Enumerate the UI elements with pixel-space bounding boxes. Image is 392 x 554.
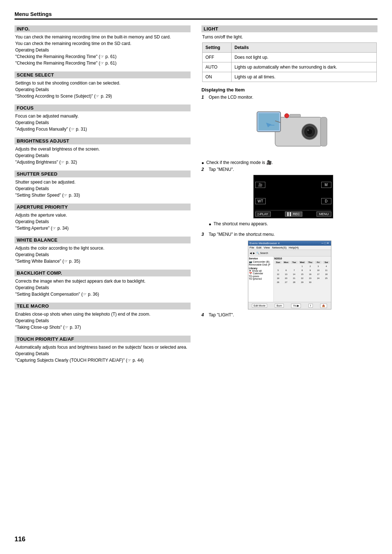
wb-operating: Operating Details (15, 251, 190, 258)
svg-point-6 (307, 129, 313, 135)
light-details-on: Lights up at all times. (232, 72, 377, 82)
section-body-touch-priority: Automatically adjusts focus and brightne… (15, 344, 191, 364)
section-scene-select: SCENE SELECT Settings to suit the shooti… (15, 71, 191, 99)
sw-cal-sun: Sun (274, 260, 282, 264)
sw-cal-d5: 2 (306, 264, 314, 268)
focus-operating: Operating Details (15, 119, 190, 126)
brightness-line-1: Adjusts the overall brightness of the sc… (15, 146, 190, 152)
menu-icon-wt: WT (255, 198, 266, 204)
step-1-text: Open the LCD monitor. (209, 95, 377, 100)
sw-menu-network: Network(S) (272, 246, 286, 249)
info-operating: Operating Details (15, 47, 190, 53)
section-header-shutter: SHUTTER SPEED (15, 171, 191, 177)
section-body-light: Turns on/off the light. Setting Details … (201, 34, 377, 82)
menu-btn-menu: MENU (317, 212, 331, 217)
light-row-off: OFF Does not light up. (203, 53, 377, 62)
step-1-content: Open the LCD monitor. (209, 95, 377, 156)
svg-rect-10 (320, 117, 327, 146)
sw-cal-d29: 26 (274, 280, 282, 284)
aperture-operating: Operating Details (15, 218, 190, 225)
sw-btn-facebook: f (309, 304, 313, 308)
section-body-scene: Settings to suit the shooting condition … (15, 80, 191, 99)
menu-icon-m: M (321, 182, 331, 188)
sw-cal-wed: Wed (298, 260, 306, 264)
sw-cal-d16: 13 (282, 272, 290, 276)
svg-rect-8 (290, 114, 301, 117)
scene-line-1: Settings to suit the shooting condition … (15, 80, 190, 86)
sw-menu-view: View (264, 246, 270, 249)
section-focus: FOCUS Focus can be adjusted manually. Op… (15, 104, 191, 132)
info-ref-2: "Checking the Remaining Recording Time" … (15, 60, 190, 66)
menu-btn-rec: ▌▌ REC (285, 212, 302, 217)
light-table: Setting Details OFF Does not light up. A… (202, 42, 377, 82)
backlight-line-1: Corrects the image when the subject appe… (15, 278, 190, 284)
tele-ref-1: "Taking Close-up Shots" (☞ p. 37) (15, 324, 190, 331)
sw-cal-mon: Mon (282, 260, 290, 264)
brightness-operating: Operating Details (15, 152, 190, 159)
light-intro: Turns on/off the light. (202, 34, 377, 40)
tele-operating: Operating Details (15, 317, 190, 324)
sw-sidebar-calendar: 📅 Calendar (249, 272, 273, 275)
svg-point-7 (307, 130, 309, 131)
section-header-tele-macro: TELE MACRO (15, 303, 191, 309)
menu-row-1: 🎥 M (255, 177, 331, 193)
shutter-operating: Operating Details (15, 185, 190, 192)
sw-titlebar: Everio MediaBrowser 4 ─ □ ✕ (248, 241, 331, 246)
menu-btn-play: ▷PLAY (255, 212, 271, 217)
step-2-text: Tap "MENU". (209, 167, 377, 172)
step-2-content: Tap "MENU". 🎥 M WT D (209, 167, 377, 228)
section-body-backlight: Corrects the image when the subject appe… (15, 278, 191, 297)
bullet-dot-2: ● (209, 222, 211, 227)
check-recording-text: Check if the recording mode is 🎥. (206, 160, 273, 165)
page-number: 116 (15, 535, 25, 543)
scene-operating: Operating Details (15, 86, 190, 93)
sw-cal-d27: 24 (314, 276, 322, 280)
shortcut-menu-text: The shortcut menu appears. (213, 221, 268, 226)
scene-ref-1: "Shooting According to Scene (Subject)" … (15, 93, 190, 99)
sw-sidebar-td-jones2: TD iphone2 (249, 278, 273, 280)
section-body-shutter: Shutter speed can be adjusted. Operating… (15, 179, 191, 198)
light-details-auto: Lights up automatically when the surroun… (232, 62, 377, 72)
sw-menu-file: File (250, 246, 254, 249)
section-body-tele-macro: Enables close-up shots when using the te… (15, 311, 191, 331)
light-setting-auto: AUTO (203, 62, 232, 72)
sw-cal-sat: Sat (322, 260, 330, 264)
sw-cal-d1 (274, 264, 282, 268)
sw-cal-d31: 28 (290, 280, 298, 284)
sw-calendar-grid: Sun Mon Tue Wed Thu Fri Sat 1 2 (274, 260, 330, 284)
tele-line-1: Enables close-up shots when using the te… (15, 311, 190, 317)
menu-ui-mockup: 🎥 M WT D ▷PLAY ▌▌ REC MENU (253, 175, 333, 218)
sw-cal-d22: 19 (274, 276, 282, 280)
right-column: LIGHT Turns on/off the light. Setting De… (201, 25, 377, 369)
sw-toolbar-back: ◀ (250, 252, 252, 255)
section-shutter: SHUTTER SPEED Shutter speed can be adjus… (15, 171, 191, 198)
section-body-focus: Focus can be adjusted manually. Operatin… (15, 113, 191, 132)
section-header-scene: SCENE SELECT (15, 71, 191, 78)
sw-main: 9/2010 Sun Mon Tue Wed Thu Fri Sat (274, 257, 331, 307)
shutter-line-1: Shutter speed can be adjusted. (15, 179, 190, 185)
focus-line-1: Focus can be adjusted manually. (15, 113, 190, 119)
step-3-text: Tap "MENU" in the shortcut menu. (209, 232, 377, 237)
sw-cal-thu: Thu (306, 260, 314, 264)
sw-bottom-bar: Edit Movie Burn You▶ f 📤 (248, 302, 331, 309)
brightness-ref-1: "Adjusting Brightness" (☞ p. 32) (15, 159, 190, 165)
svg-point-9 (285, 114, 289, 118)
section-body-aperture: Adjusts the aperture value. Operating De… (15, 212, 191, 231)
sw-sidebar-camcorder: 📷 Camcorder (B) (249, 260, 273, 263)
displaying-title: Displaying the Item (201, 87, 377, 93)
check-recording-mode: ● Check if the recording mode is 🎥. (201, 160, 377, 165)
sw-btn-burn: Burn (275, 304, 284, 308)
sw-title-text: Everio MediaBrowser 4 (250, 242, 280, 245)
sw-toolbar: ◀ ▶ 🔍 Search (248, 250, 331, 257)
step-4: 4 Tap "LIGHT". (201, 312, 377, 317)
left-column: INFO. You can check the remaining record… (15, 25, 191, 369)
bullet-dot-1: ● (201, 160, 204, 165)
sw-btn-edit: Edit Movie (252, 304, 268, 308)
sw-menu-help: Help(H) (289, 246, 299, 249)
page-header: Menu Settings (15, 11, 377, 20)
sw-window-controls: ─ □ ✕ (322, 242, 330, 245)
sw-cal-tue: Tue (290, 260, 298, 264)
touch-operating: Operating Details (15, 350, 190, 357)
focus-ref-1: "Adjusting Focus Manually" (☞ p. 31) (15, 126, 190, 132)
sw-cal-d15: 12 (274, 272, 282, 276)
